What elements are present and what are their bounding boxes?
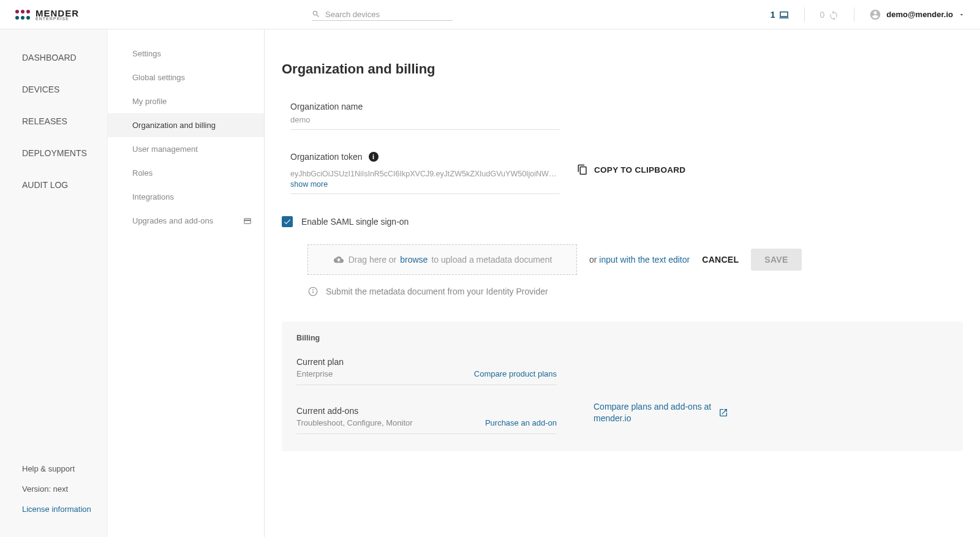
info-icon[interactable]: i [369, 152, 379, 162]
search-icon [312, 10, 320, 18]
saml-label: Enable SAML single sign-on [301, 217, 409, 227]
svg-point-4 [21, 16, 24, 20]
compare-plans-link[interactable]: Compare product plans [474, 369, 557, 378]
svg-point-3 [15, 16, 19, 20]
main-content: Organization and billing Organization na… [265, 29, 980, 537]
divider [854, 7, 854, 22]
devices-icon [778, 9, 790, 20]
refresh-icon [828, 9, 839, 20]
svg-point-0 [15, 10, 19, 13]
header: MENDER ENTERPRISE Search devices 1 0 dem… [0, 0, 980, 29]
brand-subtitle: ENTERPRISE [36, 17, 79, 21]
user-email: demo@mender.io [886, 10, 953, 19]
saml-checkbox[interactable] [282, 216, 293, 227]
org-name-field: Organization name demo [290, 102, 560, 130]
pending-count-widget[interactable]: 0 [820, 9, 839, 20]
copy-icon [577, 164, 588, 175]
logo-icon [15, 9, 31, 21]
current-plan-value: Enterprise [296, 369, 344, 378]
org-token-label: Organization token [290, 152, 363, 162]
saml-hint: Submit the metadata document from your I… [326, 287, 548, 296]
primary-sidebar: DASHBOARD DEVICES RELEASES DEPLOYMENTS A… [0, 29, 108, 537]
svg-point-1 [21, 10, 24, 13]
cancel-button[interactable]: CANCEL [702, 255, 739, 265]
current-addons-value: Troubleshoot, Configure, Monitor [296, 418, 413, 427]
credit-card-icon [242, 217, 253, 225]
browse-link[interactable]: browse [400, 255, 428, 265]
help-support-link[interactable]: Help & support [22, 464, 107, 473]
svg-point-2 [26, 10, 30, 13]
user-menu[interactable]: demo@mender.io [869, 9, 965, 21]
svg-point-8 [313, 289, 314, 290]
svg-point-5 [26, 16, 30, 20]
billing-title: Billing [296, 334, 948, 342]
search-placeholder: Search devices [325, 10, 380, 19]
compare-external-link[interactable]: Compare plans and add-ons at mender.io [594, 401, 728, 425]
search-input[interactable]: Search devices [312, 9, 453, 21]
or-text-editor: or input with the text editor [589, 255, 690, 265]
compare-external-text: Compare plans and add-ons at mender.io [594, 401, 714, 425]
device-count-value: 1 [771, 10, 775, 20]
nav-dashboard[interactable]: DASHBOARD [0, 42, 107, 73]
settings-nav-my-profile[interactable]: My profile [108, 89, 264, 113]
avatar-icon [869, 9, 881, 21]
nav-deployments[interactable]: DEPLOYMENTS [0, 137, 107, 169]
logo[interactable]: MENDER ENTERPRISE [15, 9, 79, 21]
settings-nav-upgrades[interactable]: Upgrades and add-ons [108, 209, 264, 233]
settings-nav-integrations[interactable]: Integrations [108, 185, 264, 209]
settings-nav-global[interactable]: Global settings [108, 66, 264, 89]
current-plan-label: Current plan [296, 357, 344, 367]
settings-nav-org-billing[interactable]: Organization and billing [108, 113, 264, 137]
info-outline-icon [307, 286, 318, 297]
external-link-icon [718, 408, 728, 418]
copy-to-clipboard-button[interactable]: COPY TO CLIPBOARD [577, 164, 685, 175]
settings-nav-user-management[interactable]: User management [108, 137, 264, 161]
save-button[interactable]: SAVE [751, 249, 801, 271]
copy-label: COPY TO CLIPBOARD [594, 165, 685, 175]
nav-audit-log[interactable]: AUDIT LOG [0, 169, 107, 201]
pending-count-value: 0 [820, 10, 824, 20]
settings-nav-settings[interactable]: Settings [108, 42, 264, 66]
check-icon [283, 217, 292, 226]
org-name-value: demo [290, 115, 560, 124]
billing-panel: Billing Current plan Enterprise Compare … [282, 321, 963, 451]
org-name-label: Organization name [290, 102, 560, 111]
nav-releases[interactable]: RELEASES [0, 105, 107, 137]
version-label: Version: next [22, 484, 107, 494]
device-count-widget[interactable]: 1 [771, 9, 790, 20]
settings-nav-roles[interactable]: Roles [108, 161, 264, 185]
dropzone-prefix: Drag here or [349, 255, 397, 265]
dropzone-suffix: to upload a metadata document [431, 255, 552, 265]
settings-nav-upgrades-label: Upgrades and add-ons [132, 216, 213, 225]
text-editor-link[interactable]: input with the text editor [599, 255, 690, 265]
org-token-value: eyJhbGciOiJSUzI1NiIsInR5cCI6IkpXVCJ9.eyJ… [290, 169, 560, 180]
settings-sidebar: Settings Global settings My profile Orga… [108, 29, 265, 537]
license-information-link[interactable]: License information [22, 505, 107, 514]
org-token-field: Organization token i eyJhbGciOiJSUzI1NiI… [290, 152, 560, 194]
divider [804, 7, 805, 22]
current-addons-label: Current add-ons [296, 406, 413, 416]
page-title: Organization and billing [282, 61, 963, 77]
cloud-upload-icon [333, 255, 345, 265]
saml-dropzone[interactable]: Drag here or browse to upload a metadata… [307, 244, 577, 275]
caret-down-icon [958, 11, 965, 18]
nav-devices[interactable]: DEVICES [0, 73, 107, 105]
purchase-addon-link[interactable]: Purchase an add-on [485, 418, 557, 427]
show-more-link[interactable]: show more [290, 180, 560, 189]
